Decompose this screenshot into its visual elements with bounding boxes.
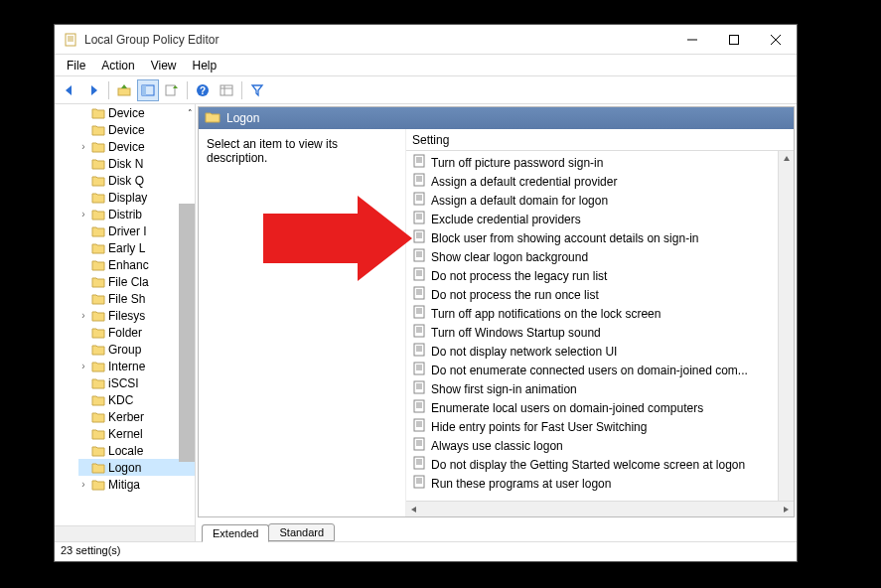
title-bar[interactable]: Local Group Policy Editor	[55, 25, 797, 55]
tree-hscroll[interactable]	[55, 525, 195, 541]
export-button[interactable]	[161, 79, 183, 101]
setting-row[interactable]: Enumerate local users on domain-joined c…	[406, 398, 794, 417]
setting-row[interactable]: Turn off app notifications on the lock s…	[406, 304, 794, 323]
expand-icon[interactable]: ›	[78, 361, 88, 371]
setting-row[interactable]: Run these programs at user logon	[406, 474, 794, 493]
menu-help[interactable]: Help	[185, 57, 225, 74]
folder-icon	[91, 394, 105, 406]
tab-standard[interactable]: Standard	[268, 523, 335, 541]
tree-item[interactable]: iSCSI	[78, 374, 195, 391]
tree-item[interactable]: Logon	[78, 459, 195, 476]
setting-label: Do not display network selection UI	[431, 345, 617, 359]
tree-item[interactable]: ›Distrib	[78, 206, 195, 222]
tree-item[interactable]: Folder	[78, 324, 195, 341]
tree-item-label: Mitiga	[108, 478, 140, 492]
setting-label: Exclude credential providers	[431, 213, 581, 226]
setting-label: Turn off Windows Startup sound	[431, 326, 601, 340]
tree-item[interactable]: Device˄	[78, 104, 195, 121]
filter-button[interactable]	[246, 79, 268, 101]
tree-item-label: Logon	[108, 461, 141, 475]
tree-item[interactable]: File Cla	[78, 273, 195, 290]
svg-rect-81	[414, 457, 424, 469]
maximize-button[interactable]	[713, 26, 755, 54]
tree-item[interactable]: KDC	[78, 391, 195, 408]
tree-item-label: Driver I	[108, 224, 147, 238]
column-header-setting[interactable]: Setting	[406, 129, 794, 151]
svg-rect-41	[414, 268, 424, 280]
tree-item[interactable]: ›Mitiga	[78, 476, 195, 493]
svg-rect-29	[414, 212, 424, 223]
expand-icon[interactable]: ›	[78, 310, 88, 321]
scroll-up-icon[interactable]	[779, 151, 794, 167]
tree-item[interactable]: ›Device	[78, 138, 195, 155]
setting-row[interactable]: Turn off Windows Startup sound	[406, 323, 794, 342]
tree-item[interactable]: Disk Q	[78, 172, 195, 189]
setting-row[interactable]: Do not process the legacy run list	[406, 266, 794, 285]
tree-item[interactable]: Enhanc	[78, 256, 195, 273]
folder-icon	[91, 124, 105, 136]
setting-row[interactable]: Do not process the run once list	[406, 285, 794, 304]
menu-action[interactable]: Action	[93, 57, 142, 74]
settings-list[interactable]: Turn off picture password sign-inAssign …	[406, 151, 794, 501]
setting-row[interactable]: Turn off picture password sign-in	[406, 153, 794, 172]
tree-list[interactable]: Device˄Device›DeviceDisk NDisk QDisplay›…	[55, 104, 195, 525]
setting-row[interactable]: Do not enumerate connected users on doma…	[406, 361, 794, 379]
setting-row[interactable]: Do not display the Getting Started welco…	[406, 455, 794, 474]
tree-item[interactable]: ›Interne	[78, 358, 195, 374]
scroll-left-icon[interactable]	[406, 502, 422, 516]
tree-item[interactable]: Kerber	[78, 408, 195, 425]
tree-item[interactable]: Disk N	[78, 155, 195, 172]
tab-extended[interactable]: Extended	[202, 524, 269, 542]
folder-icon	[91, 242, 105, 254]
tree-item-label: Locale	[108, 444, 143, 458]
tree-item-label: File Sh	[108, 292, 145, 306]
setting-row[interactable]: Show first sign-in animation	[406, 379, 794, 398]
tree-item-label: Group	[108, 343, 141, 357]
tree-item-label: Display	[108, 191, 147, 205]
back-button[interactable]	[59, 79, 80, 101]
tree-item[interactable]: File Sh	[78, 290, 195, 307]
list-vscroll[interactable]	[778, 151, 794, 501]
tree-item[interactable]: ›Filesys	[78, 307, 195, 324]
show-hide-tree-button[interactable]	[137, 79, 159, 101]
setting-row[interactable]: Hide entry points for Fast User Switchin…	[406, 417, 794, 436]
expand-icon[interactable]: ›	[78, 209, 88, 220]
setting-row[interactable]: Do not display network selection UI	[406, 342, 794, 361]
help-button[interactable]: ?	[192, 79, 214, 101]
policy-icon	[412, 324, 426, 341]
expand-icon[interactable]: ›	[78, 479, 88, 490]
tree-item[interactable]: Locale	[78, 442, 195, 459]
expand-icon[interactable]: ›	[78, 141, 88, 152]
tree-item-label: Distrib	[108, 208, 142, 221]
scroll-indicator-icon: ˄	[188, 108, 193, 118]
tree-vscroll-thumb[interactable]	[179, 204, 195, 462]
minimize-button[interactable]	[671, 26, 713, 54]
svg-rect-85	[414, 476, 424, 488]
svg-rect-0	[66, 34, 75, 46]
tree-item[interactable]: Early L	[78, 239, 195, 256]
setting-row[interactable]: Exclude credential providers	[406, 210, 794, 228]
svg-text:?: ?	[200, 85, 206, 96]
setting-row[interactable]: Always use classic logon	[406, 436, 794, 455]
menu-file[interactable]: File	[59, 57, 93, 74]
up-button[interactable]	[113, 79, 135, 101]
setting-label: Enumerate local users on domain-joined c…	[431, 401, 703, 415]
list-hscroll[interactable]	[406, 501, 794, 516]
tree-item[interactable]: Device	[78, 121, 195, 138]
setting-row[interactable]: Assign a default credential provider	[406, 172, 794, 191]
tree-item[interactable]: Kernel	[78, 425, 195, 442]
close-button[interactable]	[755, 26, 797, 54]
tree-item[interactable]: Driver I	[78, 222, 195, 239]
properties-button[interactable]	[216, 79, 237, 101]
setting-label: Turn off picture password sign-in	[431, 156, 603, 170]
forward-button[interactable]	[82, 79, 104, 101]
policy-icon	[412, 267, 426, 284]
setting-label: Do not enumerate connected users on doma…	[431, 364, 748, 377]
scroll-right-icon[interactable]	[778, 502, 794, 516]
tree-item[interactable]: Display	[78, 189, 195, 206]
setting-row[interactable]: Show clear logon background	[406, 247, 794, 266]
setting-row[interactable]: Block user from showing account details …	[406, 228, 794, 247]
menu-view[interactable]: View	[143, 57, 185, 74]
setting-row[interactable]: Assign a default domain for logon	[406, 191, 794, 210]
tree-item[interactable]: Group	[78, 341, 195, 358]
